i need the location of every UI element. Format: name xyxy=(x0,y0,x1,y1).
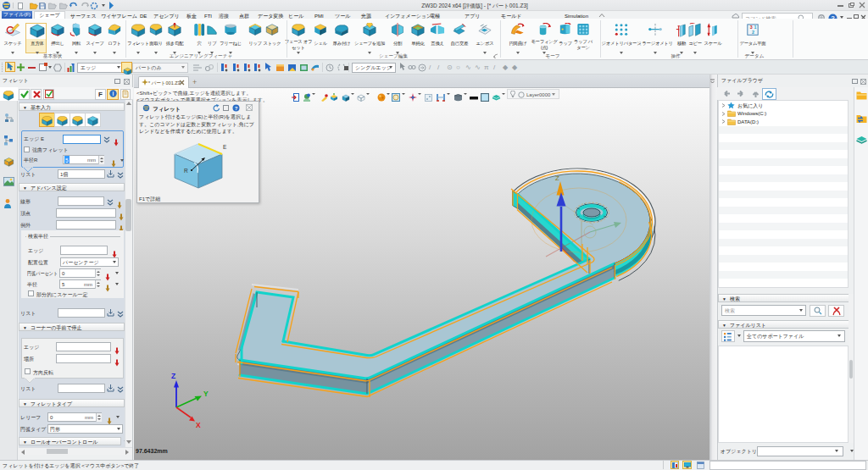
svg-text:X: X xyxy=(196,421,201,429)
svg-text:Y: Y xyxy=(203,390,209,398)
svg-text:Z: Z xyxy=(171,372,175,380)
svg-text:E: E xyxy=(223,144,227,150)
svg-text:2: 2 xyxy=(752,30,754,35)
svg-text:i: i xyxy=(113,91,114,97)
svg-text:R: R xyxy=(184,168,188,174)
svg-text:Z: Z xyxy=(555,174,559,182)
svg-text:?: ? xyxy=(235,106,238,111)
